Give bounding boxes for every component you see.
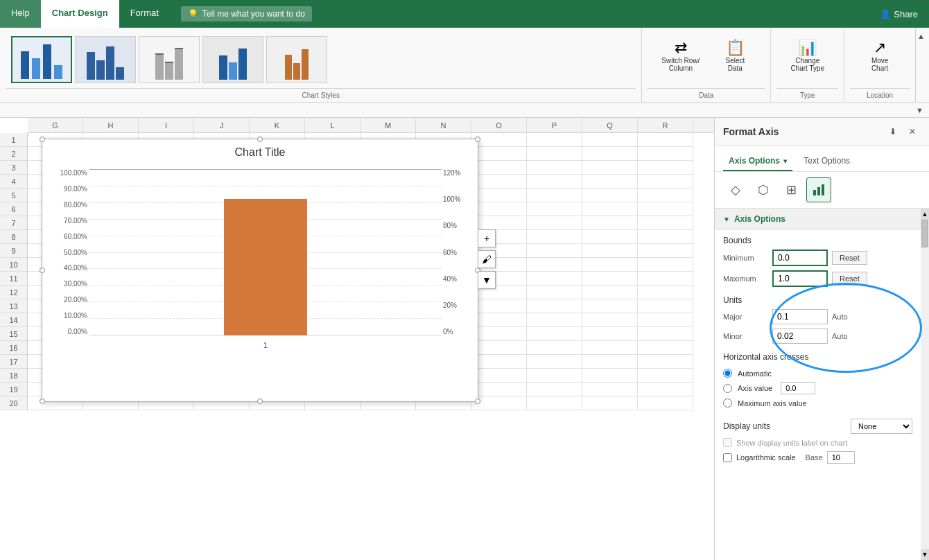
select-data-button[interactable]: 📋 SelectData — [711, 36, 759, 76]
grid-cell[interactable] — [527, 369, 582, 383]
grid-cell[interactable] — [582, 272, 638, 286]
ribbon-tab-format[interactable]: Format — [119, 0, 170, 28]
grid-cell[interactable] — [582, 202, 638, 216]
minimum-reset-button[interactable]: Reset — [832, 251, 867, 265]
major-input[interactable] — [772, 309, 828, 324]
chart-filter-button[interactable]: ▼ — [478, 271, 496, 289]
grid-cell[interactable] — [638, 147, 693, 161]
grid-cell[interactable] — [582, 383, 638, 396]
grid-cell[interactable] — [582, 299, 638, 313]
grid-cell[interactable] — [638, 313, 693, 327]
grid-cell[interactable] — [527, 189, 582, 202]
grid-cell[interactable] — [527, 147, 582, 161]
grid-cell[interactable] — [471, 202, 527, 216]
grid-cell[interactable] — [582, 258, 638, 272]
grid-cell[interactable] — [471, 396, 527, 410]
chart-handle-tr[interactable] — [475, 137, 480, 142]
scrollbar-thumb[interactable] — [921, 220, 928, 247]
grid-cell[interactable] — [638, 369, 693, 383]
share-button[interactable]: 👤 Share — [869, 0, 929, 28]
max-axis-value-radio[interactable] — [723, 399, 732, 408]
grid-cell[interactable] — [471, 299, 527, 313]
switch-row-col-button[interactable]: ⇄ Switch Row/Column — [653, 36, 708, 76]
grid-cell[interactable] — [638, 272, 693, 286]
chart-handle-bl[interactable] — [40, 399, 45, 404]
axis-value-input[interactable] — [781, 382, 815, 394]
chart-handle-ml[interactable] — [40, 268, 45, 273]
secondary-collapse-button[interactable]: ▼ — [916, 106, 923, 114]
chart-style-4[interactable] — [202, 36, 263, 83]
grid-cell[interactable] — [527, 272, 582, 286]
grid-cell[interactable] — [638, 133, 693, 147]
chart-add-element-button[interactable]: + — [478, 229, 496, 247]
move-chart-button[interactable]: ↗ MoveChart — [856, 36, 904, 76]
grid-cell[interactable] — [582, 216, 638, 230]
grid-cell[interactable] — [582, 161, 638, 175]
chart-container[interactable]: Chart Title 0.00% 10.00% 20.00% 30.00% 4… — [42, 139, 478, 402]
grid-cell[interactable] — [638, 299, 693, 313]
grid-cell[interactable] — [471, 216, 527, 230]
grid-cell[interactable] — [638, 175, 693, 189]
grid-cell[interactable] — [471, 189, 527, 202]
chart-style-5[interactable] — [266, 36, 327, 83]
tab-axis-options[interactable]: Axis Options ▾ — [723, 152, 792, 171]
grid-cell[interactable] — [638, 216, 693, 230]
grid-cell[interactable] — [471, 355, 527, 369]
grid-cell[interactable] — [527, 299, 582, 313]
grid-cell[interactable] — [638, 341, 693, 355]
grid-cell[interactable] — [527, 244, 582, 258]
grid-cell[interactable] — [527, 216, 582, 230]
grid-cell[interactable] — [527, 341, 582, 355]
grid-cell[interactable] — [471, 175, 527, 189]
grid-cell[interactable] — [638, 244, 693, 258]
icon-tab-size[interactable]: ⊞ — [779, 177, 804, 202]
grid-cell[interactable] — [527, 313, 582, 327]
grid-cell[interactable] — [471, 147, 527, 161]
tab-text-options[interactable]: Text Options — [798, 152, 856, 171]
grid-cell[interactable] — [638, 396, 693, 410]
grid-cell[interactable] — [527, 161, 582, 175]
grid-cell[interactable] — [582, 286, 638, 299]
icon-tab-effects[interactable]: ⬡ — [751, 177, 776, 202]
grid-cell[interactable] — [638, 230, 693, 244]
change-chart-type-button[interactable]: 📊 ChangeChart Type — [782, 36, 833, 76]
grid-cell[interactable] — [527, 327, 582, 341]
logarithmic-checkbox[interactable] — [723, 453, 732, 462]
chart-handle-bm[interactable] — [257, 399, 263, 404]
grid-cell[interactable] — [582, 133, 638, 147]
toolbar-collapse-button[interactable]: ▲ — [916, 30, 926, 42]
automatic-radio[interactable] — [723, 369, 732, 378]
grid-cell[interactable] — [471, 161, 527, 175]
grid-cell[interactable] — [527, 286, 582, 299]
display-units-select[interactable]: None Hundreds Thousands Millions Billion… — [851, 419, 912, 434]
grid-cell[interactable] — [638, 258, 693, 272]
grid-cell[interactable] — [638, 189, 693, 202]
grid-cell[interactable] — [638, 202, 693, 216]
grid-cell[interactable] — [582, 341, 638, 355]
base-input[interactable] — [827, 451, 855, 464]
minimum-input[interactable] — [772, 250, 828, 266]
grid-cell[interactable] — [527, 202, 582, 216]
icon-tab-fill[interactable]: ◇ — [723, 177, 748, 202]
ribbon-tab-chart-design[interactable]: Chart Design — [41, 0, 119, 28]
minor-input[interactable] — [772, 329, 828, 344]
grid-cell[interactable] — [527, 175, 582, 189]
grid-cell[interactable] — [582, 313, 638, 327]
ribbon-tab-help[interactable]: Help — [0, 0, 41, 28]
grid-cell[interactable] — [471, 369, 527, 383]
grid-cell[interactable] — [582, 244, 638, 258]
grid-cell[interactable] — [582, 327, 638, 341]
grid-cell[interactable] — [638, 355, 693, 369]
chart-handle-br[interactable] — [475, 399, 480, 404]
grid-cell[interactable] — [582, 189, 638, 202]
grid-cell[interactable] — [527, 383, 582, 396]
search-box[interactable]: 💡 Tell me what you want to do — [181, 6, 312, 21]
grid-cell[interactable] — [527, 133, 582, 147]
chart-style-3[interactable] — [139, 36, 200, 83]
grid-cell[interactable] — [582, 230, 638, 244]
grid-cell[interactable] — [471, 327, 527, 341]
grid-cell[interactable] — [582, 175, 638, 189]
grid-cell[interactable] — [527, 396, 582, 410]
grid-cell[interactable] — [471, 383, 527, 396]
maximum-reset-button[interactable]: Reset — [832, 272, 867, 286]
